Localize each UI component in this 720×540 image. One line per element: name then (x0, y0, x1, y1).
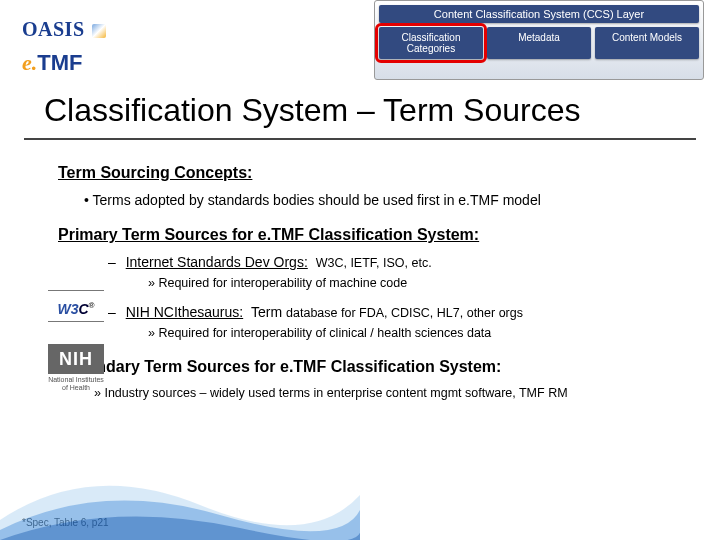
slide: OASIS e.TMF Content Classification Syste… (0, 0, 720, 540)
etmf-logo: e.TMF (22, 50, 82, 76)
primary-source-1-detail: W3C, IETF, ISO, etc. (316, 256, 432, 270)
ccs-tabs: Classification Categories Metadata Conte… (379, 27, 699, 59)
w3c-w3: W3 (57, 301, 78, 317)
primary-source-1: – Internet Standards Dev Orgs: W3C, IETF… (108, 254, 678, 270)
slide-title: Classification System – Term Sources (44, 92, 580, 129)
oasis-text: OASIS (22, 18, 85, 40)
title-underline (24, 138, 696, 140)
secondary-bullet: Industry sources – widely used terms in … (94, 386, 678, 400)
concepts-heading: Term Sourcing Concepts: (58, 164, 678, 182)
etmf-e: e. (22, 50, 37, 75)
nih-logo: NIH National Institutes of Health (48, 344, 104, 391)
concepts-bullet: Terms adopted by standards bodies should… (84, 192, 678, 208)
nih-box: NIH (48, 344, 104, 374)
ccs-tab-content-models: Content Models (595, 27, 699, 59)
etmf-tmf: TMF (37, 50, 82, 75)
content: Term Sourcing Concepts: Terms adopted by… (58, 160, 678, 400)
primary-source-2-rest: database for FDA, CDISC, HL7, other orgs (286, 306, 523, 320)
dash-icon: – (108, 304, 116, 320)
primary-source-2-term: Term (251, 304, 286, 320)
w3c-reg: ® (89, 301, 95, 310)
primary-heading: Primary Term Sources for e.TMF Classific… (58, 226, 678, 244)
nih-subtext: National Institutes of Health (48, 376, 104, 391)
ccs-layer-label: Content Classification System (CCS) Laye… (379, 5, 699, 23)
secondary-heading: Secondary Term Sources for e.TMF Classif… (58, 358, 678, 376)
w3c-logo: W3C® (48, 290, 104, 322)
w3c-c: C (78, 301, 88, 317)
footnote: *Spec, Table 6, p21 (22, 517, 109, 528)
primary-source-2-label: NIH NCIthesaurus: (126, 304, 243, 320)
primary-source-1-label: Internet Standards Dev Orgs: (126, 254, 308, 270)
dash-icon: – (108, 254, 116, 270)
primary-source-2: – NIH NCIthesaurus: Term database for FD… (108, 304, 678, 320)
primary-source-2-sub: Required for interoperability of clinica… (148, 326, 678, 340)
primary-source-1-sub: Required for interoperability of machine… (148, 276, 678, 290)
oasis-icon (92, 24, 106, 38)
primary-source-2-detail: Term database for FDA, CDISC, HL7, other… (251, 306, 523, 320)
ccs-tab-metadata: Metadata (487, 27, 591, 59)
oasis-logo: OASIS (22, 18, 106, 41)
ccs-tab-classification-categories: Classification Categories (379, 27, 483, 59)
ccs-diagram: Content Classification System (CCS) Laye… (374, 0, 704, 80)
